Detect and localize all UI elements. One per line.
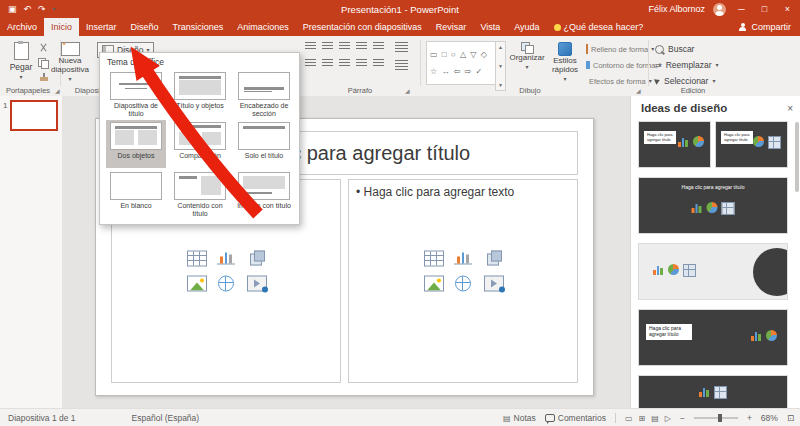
- avatar[interactable]: [713, 3, 726, 16]
- insert-smartart-icon[interactable]: [484, 250, 502, 264]
- comments-button[interactable]: Comentarios: [545, 413, 606, 423]
- layout-thumbnail: [174, 122, 226, 150]
- layout-option-picture-caption[interactable]: Imagen con título: [234, 170, 294, 218]
- design-suggestion-thumbnail[interactable]: Haga clic para agregar título: [639, 178, 787, 233]
- insert-chart-icon[interactable]: [217, 250, 235, 264]
- notes-button[interactable]: ▤ Notas: [503, 413, 536, 423]
- zoom-in-button[interactable]: +: [747, 413, 752, 423]
- layout-option-content-caption[interactable]: Contenido con título: [170, 170, 230, 218]
- insert-video-icon[interactable]: [247, 275, 267, 291]
- arrange-icon: [521, 42, 534, 53]
- minimize-button[interactable]: ─: [734, 4, 749, 14]
- increase-indent-icon[interactable]: [356, 42, 367, 51]
- shape-outline-button[interactable]: Contorno de forma ▾: [586, 59, 650, 71]
- align-text-icon[interactable]: [395, 60, 408, 70]
- scroll-up-icon[interactable]: ▲: [498, 44, 503, 50]
- align-center-icon[interactable]: [322, 59, 333, 68]
- panel-close-icon[interactable]: ×: [787, 103, 793, 114]
- insert-table-icon[interactable]: [424, 250, 444, 266]
- insert-table-icon[interactable]: [187, 250, 207, 266]
- qat-more-icon[interactable]: ▾: [53, 6, 56, 12]
- design-suggestion-thumbnail[interactable]: Haga clic para agregar título: [716, 122, 787, 167]
- insert-picture-icon[interactable]: [424, 275, 444, 291]
- find-button[interactable]: Buscar: [655, 43, 694, 55]
- slide-sorter-view-icon[interactable]: ⊞: [639, 414, 646, 423]
- tab-insertar[interactable]: Insertar: [79, 18, 124, 36]
- justify-icon[interactable]: [356, 59, 367, 68]
- paragraph-dialog-launcher-icon[interactable]: ◢: [405, 87, 410, 94]
- numbering-icon[interactable]: [322, 42, 333, 51]
- columns-icon[interactable]: [373, 59, 384, 68]
- zoom-out-button[interactable]: −: [680, 413, 685, 423]
- mini-pie-chart-icon: [707, 202, 718, 213]
- shape-fill-button[interactable]: Relleno de forma ▾: [586, 43, 650, 55]
- tab-archivo[interactable]: Archivo: [0, 18, 44, 36]
- zoom-level[interactable]: 68%: [761, 413, 778, 423]
- tab-inicio[interactable]: Inicio: [44, 18, 79, 36]
- design-suggestion-thumbnail[interactable]: [639, 376, 787, 408]
- design-suggestion-thumbnail[interactable]: Haga clic para agregar título: [639, 122, 710, 167]
- content-placeholder-right[interactable]: • Haga clic para agregar texto: [348, 179, 578, 383]
- slideshow-view-icon[interactable]: ▷: [665, 414, 671, 423]
- text-direction-icon[interactable]: [395, 42, 408, 52]
- title-bar: ▣ ↶ ↷ ▾ Presentación1 - PowerPoint Félix…: [0, 0, 800, 18]
- save-icon[interactable]: ▣: [8, 5, 17, 14]
- thumb-charts: [653, 264, 696, 277]
- fit-to-window-icon[interactable]: ⊡: [787, 413, 794, 423]
- normal-view-icon[interactable]: ▭: [625, 414, 633, 423]
- layout-option-title-only[interactable]: Solo el título: [234, 120, 294, 168]
- layout-option-section-header[interactable]: Encabezado de sección: [234, 70, 294, 118]
- tab-presentacion[interactable]: Presentación con diapositivas: [296, 18, 429, 36]
- status-bar: Diapositiva 1 de 1 Español (España) ▤ No…: [0, 408, 800, 426]
- redo-icon[interactable]: ↷: [38, 5, 46, 14]
- layout-option-comparison[interactable]: Comparación: [170, 120, 230, 168]
- tab-diseno[interactable]: Diseño: [124, 18, 166, 36]
- line-spacing-icon[interactable]: [373, 42, 384, 51]
- reading-view-icon[interactable]: ▤: [651, 414, 659, 423]
- tab-vista[interactable]: Vista: [473, 18, 507, 36]
- tell-me-box[interactable]: ¿Qué desea hacer?: [547, 18, 651, 36]
- scroll-down-icon[interactable]: ▼: [498, 63, 503, 69]
- replace-label: Reemplazar: [666, 60, 712, 70]
- align-right-icon[interactable]: [339, 59, 350, 68]
- zoom-slider[interactable]: [694, 417, 738, 419]
- quick-styles-dropdown-icon: ▾: [563, 76, 566, 82]
- insert-smartart-icon[interactable]: [247, 250, 265, 264]
- design-ideas-panel: Ideas de diseño × Haga clic para agregar…: [630, 96, 800, 408]
- design-suggestion-thumbnail[interactable]: [639, 244, 787, 299]
- layout-option-two-content[interactable]: Dos objetos: [106, 120, 166, 168]
- drawing-dialog-launcher-icon[interactable]: ◢: [636, 87, 641, 94]
- design-suggestion-thumbnail[interactable]: Haga clic para agregar título: [639, 310, 787, 365]
- slide-thumbnail[interactable]: [10, 100, 58, 131]
- layout-option-blank[interactable]: En blanco: [106, 170, 166, 218]
- tab-ayuda[interactable]: Ayuda: [507, 18, 546, 36]
- thumb-title-text: Haga clic para agregar título: [679, 183, 748, 193]
- notes-label: Notas: [514, 413, 536, 423]
- tab-transiciones[interactable]: Transiciones: [166, 18, 231, 36]
- maximize-button[interactable]: □: [757, 4, 772, 14]
- zoom-slider-thumb[interactable]: [718, 414, 722, 422]
- undo-icon[interactable]: ↶: [24, 5, 32, 14]
- shapes-gallery-scroll[interactable]: ▲ ▼ ▼: [495, 41, 506, 91]
- layout-option-title-content[interactable]: Título y objetos: [170, 70, 230, 118]
- insert-picture-icon[interactable]: [187, 275, 207, 291]
- insert-online-picture-icon[interactable]: [455, 275, 471, 291]
- bullets-icon[interactable]: [305, 42, 316, 51]
- status-bar-right: ▤ Notas Comentarios ▭ ⊞ ▤ ▷ − + 68% ⊡: [503, 413, 800, 423]
- tab-revisar[interactable]: Revisar: [429, 18, 474, 36]
- insert-chart-icon[interactable]: [454, 250, 472, 264]
- decrease-indent-icon[interactable]: [339, 42, 350, 51]
- shapes-gallery[interactable]: ▭ □ ○ △ ▽ ◇ ☆ ↔ ⇦ ⇨ ✓: [426, 41, 502, 85]
- insert-online-picture-icon[interactable]: [218, 275, 234, 291]
- insert-video-icon[interactable]: [484, 275, 504, 291]
- tab-animaciones[interactable]: Animaciones: [230, 18, 296, 36]
- close-button[interactable]: ×: [780, 4, 795, 14]
- layout-thumbnail: [110, 172, 162, 200]
- share-button[interactable]: Compartir: [738, 18, 800, 36]
- align-left-icon[interactable]: [305, 59, 316, 68]
- replace-button[interactable]: ⇄ Reemplazar ▾: [655, 59, 719, 71]
- layout-option-title-slide[interactable]: Diapositiva de título: [106, 70, 166, 118]
- panel-scrollbar[interactable]: [795, 122, 799, 192]
- language-indicator[interactable]: Español (España): [132, 413, 200, 423]
- user-name[interactable]: Félix Albornoz: [648, 4, 705, 14]
